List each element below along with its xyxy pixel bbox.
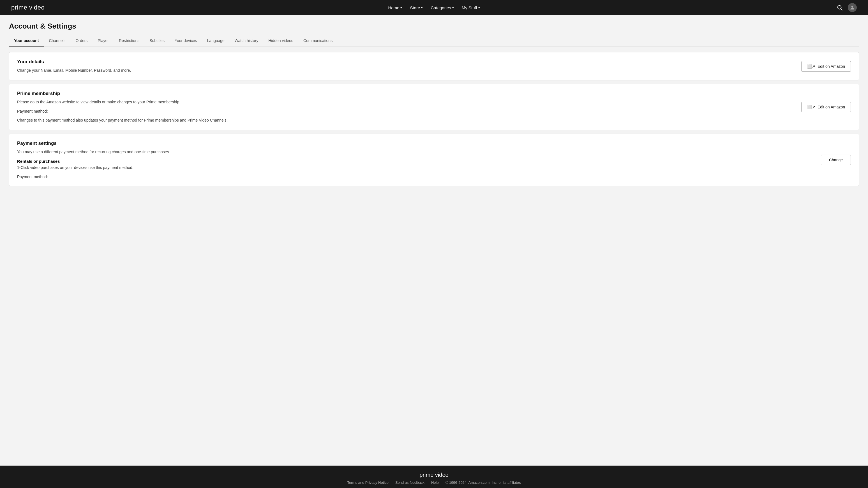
tab-restrictions[interactable]: Restrictions xyxy=(114,36,145,46)
tab-subtitles[interactable]: Subtitles xyxy=(145,36,169,46)
svg-line-1 xyxy=(841,9,842,10)
your-details-action: ⬜↗ Edit on Amazon xyxy=(801,61,851,72)
footer-logo: prime video xyxy=(6,472,862,478)
top-navigation: prime video Home ▾ Store ▾ Categories ▾ … xyxy=(0,0,868,15)
footer-terms-link[interactable]: Terms and Privacy Notice xyxy=(347,481,389,485)
prime-payment-note: Changes to this payment method also upda… xyxy=(17,118,851,123)
rentals-section: Rentals or purchases 1-Click video purch… xyxy=(17,159,851,179)
home-chevron-icon: ▾ xyxy=(400,6,402,9)
nav-categories[interactable]: Categories ▾ xyxy=(431,5,454,10)
nav-my-stuff[interactable]: My Stuff ▾ xyxy=(462,5,480,10)
search-icon xyxy=(837,4,843,11)
prime-membership-description: Please go to the Amazon website to view … xyxy=(17,99,851,105)
tabs-bar: Your account Channels Orders Player Rest… xyxy=(9,36,859,46)
footer-feedback-link[interactable]: Send us feedback xyxy=(395,481,425,485)
nav-links: Home ▾ Store ▾ Categories ▾ My Stuff ▾ xyxy=(388,5,480,10)
external-link-icon: ⬜↗ xyxy=(807,64,815,69)
brand-name: prime video xyxy=(11,4,44,11)
your-details-card: Your details Change your Name, Email, Mo… xyxy=(9,52,859,80)
your-details-title: Your details xyxy=(17,59,851,65)
footer: prime video Terms and Privacy Notice Sen… xyxy=(0,465,868,488)
payment-settings-subtitle: You may use a different payment method f… xyxy=(17,149,851,155)
store-chevron-icon: ▾ xyxy=(421,6,423,9)
tab-watch-history[interactable]: Watch history xyxy=(229,36,263,46)
tab-orders[interactable]: Orders xyxy=(71,36,93,46)
change-payment-button[interactable]: Change xyxy=(821,155,851,165)
footer-help-link[interactable]: Help xyxy=(431,481,439,485)
rentals-title: Rentals or purchases xyxy=(17,159,851,164)
rentals-payment-label: Payment method: xyxy=(17,174,851,179)
page-wrapper: Account & Settings Your account Channels… xyxy=(0,15,868,465)
payment-settings-action: Change xyxy=(821,155,851,165)
user-avatar[interactable] xyxy=(848,3,857,12)
external-link-icon-prime: ⬜↗ xyxy=(807,105,815,109)
avatar-circle xyxy=(848,3,857,12)
tab-your-devices[interactable]: Your devices xyxy=(169,36,202,46)
prime-membership-title: Prime membership xyxy=(17,91,851,96)
page-title: Account & Settings xyxy=(9,22,859,31)
tab-channels[interactable]: Channels xyxy=(44,36,70,46)
nav-home[interactable]: Home ▾ xyxy=(388,5,402,10)
footer-links: Terms and Privacy Notice Send us feedbac… xyxy=(6,481,862,485)
avatar-icon xyxy=(849,5,855,10)
svg-point-2 xyxy=(851,6,854,7)
rentals-description: 1-Click video purchases on your devices … xyxy=(17,165,851,171)
tab-hidden-videos[interactable]: Hidden videos xyxy=(263,36,298,46)
brand-logo[interactable]: prime video xyxy=(11,4,44,11)
edit-on-amazon-button-details[interactable]: ⬜↗ Edit on Amazon xyxy=(801,61,851,72)
tab-player[interactable]: Player xyxy=(93,36,114,46)
edit-on-amazon-button-prime[interactable]: ⬜↗ Edit on Amazon xyxy=(801,102,851,112)
footer-copyright: © 1996-2024, Amazon.com, Inc. or its aff… xyxy=(445,481,521,485)
prime-payment-label: Payment method: xyxy=(17,109,851,113)
categories-chevron-icon: ▾ xyxy=(452,6,454,9)
payment-settings-card: Payment settings You may use a different… xyxy=(9,134,859,186)
nav-store[interactable]: Store ▾ xyxy=(410,5,423,10)
your-details-description: Change your Name, Email, Mobile Number, … xyxy=(17,67,851,73)
prime-membership-card: Prime membership Please go to the Amazon… xyxy=(9,84,859,130)
prime-membership-action: ⬜↗ Edit on Amazon xyxy=(801,102,851,112)
search-button[interactable] xyxy=(837,4,843,11)
tab-communications[interactable]: Communications xyxy=(298,36,338,46)
tab-your-account[interactable]: Your account xyxy=(9,36,44,46)
tab-language[interactable]: Language xyxy=(202,36,229,46)
nav-right xyxy=(837,3,857,12)
payment-settings-title: Payment settings xyxy=(17,141,851,146)
my-stuff-chevron-icon: ▾ xyxy=(478,6,480,9)
